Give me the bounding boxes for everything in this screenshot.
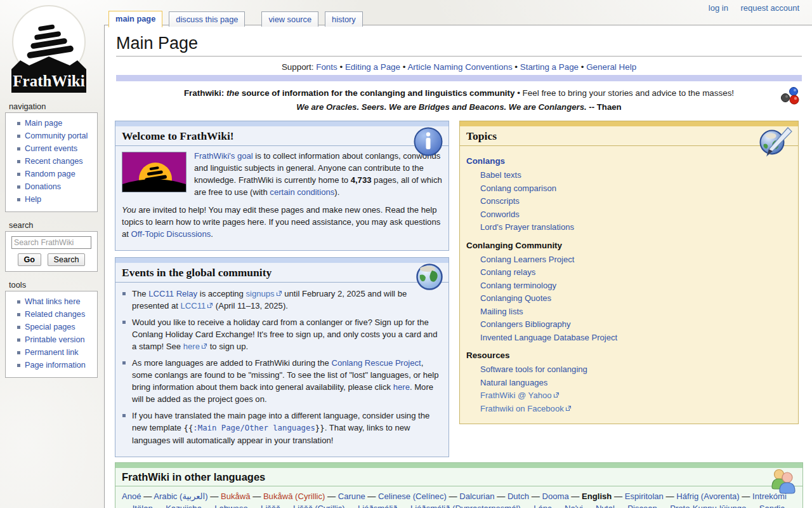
tool-link[interactable]: Printable version <box>25 335 85 344</box>
tool-link[interactable]: Permanent link <box>25 348 79 357</box>
wiki-logo[interactable]: FrathWiki <box>4 4 94 94</box>
navigation-link[interactable]: Random page <box>25 170 75 178</box>
wiki-link[interactable]: Itëłan <box>133 504 153 508</box>
wiki-link[interactable]: Háfrig (Avorenta) <box>676 491 739 501</box>
tab-main-page[interactable]: main page <box>108 11 162 27</box>
topic-item[interactable]: Babel texts <box>480 169 792 182</box>
wiki-link[interactable]: Proto-Kunnu-lūjungo <box>670 504 746 508</box>
red-link[interactable]: Bukåwā <box>221 491 251 501</box>
navigation-link[interactable]: Donations <box>25 182 61 191</box>
navigation-link[interactable]: Main page <box>25 119 62 128</box>
topic-item[interactable]: Mailing lists <box>480 305 792 319</box>
sidebar-list-item: Help <box>25 194 95 206</box>
navigation-link[interactable]: Help <box>25 195 41 204</box>
languages-list: Anoé — Arabic (العربية) — Bukåwā — Bukåw… <box>115 486 802 508</box>
tab-view-source[interactable]: view source <box>261 11 318 27</box>
wiki-link[interactable]: Fonts <box>316 62 337 72</box>
topic-item[interactable]: Conlang relays <box>480 266 792 279</box>
wiki-link[interactable]: Na'vi <box>565 504 583 508</box>
topic-item[interactable]: Invented Language Database Project <box>480 331 792 345</box>
topic-item[interactable]: Software tools for conlanging <box>480 363 792 377</box>
wiki-link[interactable]: Conlang Rescue Project <box>331 358 421 368</box>
wiki-link[interactable]: Article Naming Conventions <box>407 62 512 72</box>
topic-item[interactable]: Conlang Learners Project <box>480 253 792 267</box>
topic-item[interactable]: Conscripts <box>480 195 792 208</box>
wiki-link[interactable]: Sandic <box>759 504 785 508</box>
wiki-link[interactable]: Starting a Page <box>520 62 579 72</box>
text-segment: The <box>132 289 148 298</box>
site-motto: We are Oracles. Seers. We are Bridges an… <box>115 102 803 112</box>
page-title: Main Page <box>116 33 802 57</box>
wiki-link[interactable]: Lišěč <box>261 504 280 508</box>
wiki-link[interactable]: certain conditions <box>270 187 334 197</box>
welcome-box: Welcome to FrathWiki! <box>115 121 449 251</box>
wiki-link[interactable]: Piscean <box>627 504 657 508</box>
navigation-link[interactable]: Current events <box>25 144 77 153</box>
text-segment: — <box>141 491 154 501</box>
wiki-link[interactable]: General Help <box>586 62 636 72</box>
request-account-link[interactable]: request account <box>740 3 799 13</box>
topic-group-title[interactable]: Conlangs <box>466 156 505 166</box>
text-segment: (April 11–13, 2025). <box>213 301 288 311</box>
wiki-link[interactable]: Dooma <box>542 491 568 501</box>
wiki-link[interactable]: :Main Page/Other languages <box>193 424 315 432</box>
wiki-link[interactable]: Off-Topic Discussions <box>131 229 211 239</box>
tool-link[interactable]: Page information <box>25 361 86 370</box>
topics-box-title: Topics <box>460 126 798 146</box>
topic-item[interactable]: Conlanging Quotes <box>480 292 792 305</box>
text-segment: — <box>612 491 624 501</box>
wiki-link[interactable]: signups <box>246 289 282 298</box>
text-segment: — <box>447 491 459 501</box>
wiki-link[interactable]: Carune <box>338 491 365 501</box>
topics-box: Topics ConlangsBabel textsConlang <box>459 121 799 424</box>
text-segment: — <box>153 504 166 508</box>
tool-link[interactable]: Special pages <box>25 323 75 331</box>
wiki-link[interactable]: Editing a Page <box>345 62 400 72</box>
wiki-link[interactable]: Ljóðsmálið <box>358 504 398 508</box>
wiki-link[interactable]: Arabic (العربية) <box>154 491 207 501</box>
topic-group-title: Conlanging Community <box>466 241 562 250</box>
events-list: The LCC11 Relay is accepting signups unt… <box>122 288 442 446</box>
wiki-link[interactable]: Ljóðsmálið (Dynrastarnesmál) <box>410 504 521 508</box>
page-tabs: main page discuss this page view source … <box>108 11 369 27</box>
tab-discuss-this-page[interactable]: discuss this page <box>169 11 245 27</box>
tool-link[interactable]: Related changes <box>25 310 85 319</box>
box-header-strip <box>115 463 802 468</box>
go-button[interactable]: Go <box>18 253 42 266</box>
event-item: Would you like to receive a holiday card… <box>132 316 442 352</box>
event-item: If you have translated the main page int… <box>132 410 442 446</box>
navigation-link[interactable]: Community portal <box>25 131 88 140</box>
wiki-link[interactable]: LCC11 <box>180 301 213 311</box>
topic-item[interactable]: FrathWiki @ Yahoo <box>480 389 792 403</box>
topic-item[interactable]: Conlang comparison <box>480 182 792 196</box>
wiki-link[interactable]: Espiritolan <box>625 491 664 501</box>
topic-item[interactable]: Frathwiki on Facebook <box>480 403 792 416</box>
topic-item[interactable]: Lord's Prayer translations <box>480 221 792 234</box>
tool-link[interactable]: What links here <box>25 297 80 306</box>
wiki-link[interactable]: Labwese <box>214 504 247 508</box>
wiki-link[interactable]: Anoé <box>122 491 141 501</box>
wiki-link[interactable]: LCC11 Relay <box>148 289 197 298</box>
tab-history[interactable]: history <box>325 11 363 27</box>
tools-portlet: tools What links hereRelated changesSpec… <box>5 280 98 378</box>
text-segment: — <box>529 491 542 501</box>
wiki-link[interactable]: Celinese (Celínec) <box>378 491 447 501</box>
wiki-link[interactable]: Kazujisha <box>166 504 202 508</box>
wiki-link[interactable]: FrathWiki's goal <box>194 151 253 161</box>
wiki-link[interactable]: here <box>393 382 410 392</box>
red-link[interactable]: Bukåwā (Cyrillic) <box>263 491 325 501</box>
wiki-link[interactable]: Nytal <box>596 504 615 508</box>
topic-item[interactable]: Natural languages <box>480 377 792 390</box>
wiki-link[interactable]: Dutch <box>508 491 529 501</box>
wiki-link[interactable]: Lánc <box>534 504 551 508</box>
wiki-link[interactable]: Lišěč (Cyrillic) <box>293 504 344 508</box>
topic-item[interactable]: Conlangers Bibliography <box>480 318 792 331</box>
wiki-link[interactable]: Dalcurian <box>459 491 494 501</box>
wiki-link[interactable]: here <box>183 342 207 351</box>
login-link[interactable]: log in <box>709 3 728 13</box>
navigation-link[interactable]: Recent changes <box>25 157 83 166</box>
topic-item[interactable]: Conworlds <box>480 208 792 222</box>
search-input[interactable] <box>11 236 91 249</box>
topic-item[interactable]: Conlang terminology <box>480 279 792 293</box>
search-button[interactable]: Search <box>48 253 86 266</box>
